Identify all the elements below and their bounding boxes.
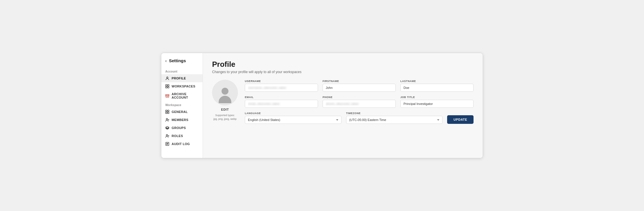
avatar-section: EDIT Supported types: jpg, png, jpeg, we… <box>212 80 238 121</box>
language-label: LANGUAGE <box>245 112 342 115</box>
sidebar-item-profile[interactable]: PROFILE <box>161 74 203 82</box>
timezone-field-group: TIMEZONE (UTC-05:00) Eastern Time (UTC+0… <box>346 112 443 124</box>
lastname-field-group: LASTNAME <box>400 80 474 92</box>
firstname-input[interactable] <box>323 84 396 92</box>
page-title: Profile <box>212 60 474 69</box>
firstname-label: FIRSTNAME <box>323 80 396 83</box>
avatar-head <box>222 88 228 95</box>
email-input[interactable] <box>245 100 318 108</box>
list-icon <box>165 142 169 146</box>
job-title-field-group: JOB TITLE <box>400 96 474 108</box>
svg-point-10 <box>166 118 168 120</box>
profile-form: EDIT Supported types: jpg, png, jpeg, we… <box>212 80 474 124</box>
lastname-label: LASTNAME <box>400 80 474 83</box>
language-field-group: LANGUAGE English (United States) Spanish… <box>245 112 342 124</box>
svg-rect-4 <box>168 87 169 88</box>
svg-rect-7 <box>168 110 169 112</box>
sidebar-header: ‹ Settings <box>161 58 203 68</box>
svg-rect-2 <box>168 85 169 86</box>
roles-icon <box>165 134 169 138</box>
svg-point-0 <box>167 77 168 78</box>
avatar[interactable] <box>212 80 238 106</box>
general-label: GENERAL <box>172 110 188 114</box>
sidebar-item-groups[interactable]: GROUPS <box>161 124 203 132</box>
sidebar-item-general[interactable]: GENERAL <box>161 108 203 116</box>
main-content: Profile Changes to your profile will app… <box>203 53 483 158</box>
job-title-label: JOB TITLE <box>400 96 474 99</box>
archive-account-label: ARCHIVE ACCOUNT <box>172 92 199 99</box>
archive-icon <box>165 94 169 98</box>
layers-icon <box>165 126 169 130</box>
phone-field-group: PHONE <box>323 96 396 108</box>
firstname-field-group: FIRSTNAME <box>323 80 396 92</box>
svg-rect-1 <box>166 85 167 86</box>
avatar-person <box>219 88 231 103</box>
sidebar-item-audit-log[interactable]: AUDIT LOG <box>161 140 203 148</box>
groups-label: GROUPS <box>172 126 186 130</box>
timezone-label: TIMEZONE <box>346 112 443 115</box>
svg-point-11 <box>166 134 168 136</box>
svg-rect-5 <box>166 95 169 95</box>
avatar-support-text: Supported types: jpg, png, jpeg, webp <box>214 114 237 121</box>
language-select[interactable]: English (United States) Spanish French G… <box>245 116 342 124</box>
email-field-group: EMAIL <box>245 96 318 108</box>
account-section-label: Account <box>161 68 203 74</box>
grid-icon <box>165 84 169 88</box>
workspace-section-label: Workspace <box>161 101 203 108</box>
profile-label: PROFILE <box>172 77 186 80</box>
sidebar-item-workspaces[interactable]: WORKSPACES <box>161 82 203 90</box>
roles-label: ROLES <box>172 134 183 138</box>
sidebar-title: Settings <box>169 58 186 63</box>
general-grid-icon <box>165 110 169 114</box>
lastname-input[interactable] <box>400 84 474 92</box>
update-button[interactable]: UPDATE <box>447 115 474 124</box>
phone-input[interactable] <box>323 100 396 108</box>
svg-rect-6 <box>166 110 167 112</box>
back-button[interactable]: ‹ <box>165 58 167 63</box>
svg-rect-3 <box>166 87 167 88</box>
sidebar-item-archive-account[interactable]: ARCHIVE ACCOUNT <box>161 90 203 101</box>
phone-label: PHONE <box>323 96 396 99</box>
avatar-body <box>219 96 231 103</box>
sidebar-item-members[interactable]: MEMBERS <box>161 116 203 124</box>
avatar-edit-label[interactable]: EDIT <box>221 108 229 111</box>
svg-rect-8 <box>166 112 167 114</box>
sidebar: ‹ Settings Account PROFILE <box>161 53 203 158</box>
user-icon <box>165 76 169 80</box>
page-subtitle: Changes to your profile will apply to al… <box>212 70 474 74</box>
members-label: MEMBERS <box>172 118 189 122</box>
username-input[interactable] <box>245 84 318 92</box>
timezone-select[interactable]: (UTC-05:00) Eastern Time (UTC+00:00) UTC… <box>346 116 443 124</box>
username-field-group: USERNAME <box>245 80 318 92</box>
svg-rect-9 <box>168 112 169 114</box>
settings-window: ‹ Settings Account PROFILE <box>161 53 483 158</box>
email-label: EMAIL <box>245 96 318 99</box>
workspaces-label: WORKSPACES <box>172 85 195 88</box>
username-label: USERNAME <box>245 80 318 83</box>
sidebar-item-roles[interactable]: ROLES <box>161 132 203 140</box>
job-title-input[interactable] <box>400 100 474 108</box>
user-plus-icon <box>165 118 169 122</box>
audit-log-label: AUDIT LOG <box>172 142 190 146</box>
